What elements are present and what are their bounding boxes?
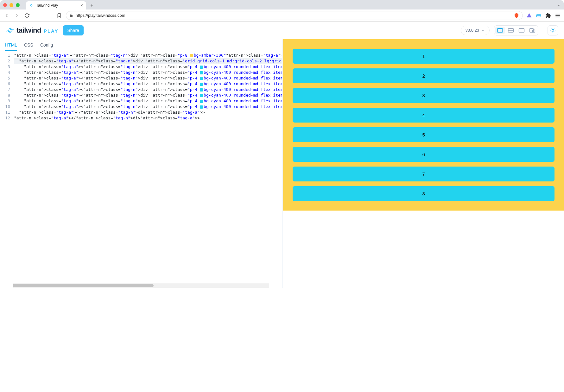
browser-tab-title: Tailwind Play xyxy=(36,3,58,8)
line-number: 12 xyxy=(1,115,10,121)
code-line[interactable]: "attr-n">class="tag-a"><"attr-n">class="… xyxy=(14,70,282,75)
svg-rect-10 xyxy=(519,28,524,32)
sun-icon xyxy=(550,28,556,33)
preview-item: 3 xyxy=(293,88,554,103)
extension-icon-2[interactable] xyxy=(535,12,542,19)
new-tab-button[interactable]: + xyxy=(89,2,95,9)
editor-tabs: HTML CSS Config xyxy=(0,39,282,51)
nav-forward-button[interactable] xyxy=(13,12,20,19)
brave-shield-icon[interactable] xyxy=(514,13,519,18)
window-close-icon[interactable] xyxy=(3,3,7,7)
preview-item: 5 xyxy=(293,127,554,142)
line-number: 11 xyxy=(1,110,10,115)
extensions-puzzle-icon[interactable] xyxy=(545,12,551,19)
code-line[interactable]: "attr-n">class="tag-a"><"attr-n">class="… xyxy=(14,81,282,87)
svg-marker-0 xyxy=(527,13,532,17)
tailwind-favicon-icon xyxy=(29,3,34,8)
nav-back-button[interactable] xyxy=(3,12,10,19)
preview-item: 1 xyxy=(293,49,554,64)
line-number: 6 xyxy=(1,81,10,87)
line-number: 2 xyxy=(1,58,10,64)
svg-point-13 xyxy=(552,29,554,31)
chevron-down-icon xyxy=(481,28,485,32)
window-minimize-icon[interactable] xyxy=(10,3,13,7)
logo-text: tailwind xyxy=(16,26,41,35)
preview-item: 7 xyxy=(293,167,554,181)
browser-toolbar: https://play.tailwindcss.com xyxy=(0,9,564,22)
preview-item: 2 xyxy=(293,68,554,83)
browser-tab-strip: Tailwind Play × + xyxy=(0,0,564,9)
line-number: 4 xyxy=(1,70,10,75)
preview-item: 4 xyxy=(293,108,554,123)
line-number: 3 xyxy=(1,64,10,70)
editor-horizontal-scrollbar[interactable] xyxy=(13,283,269,288)
extension-icon-1[interactable] xyxy=(526,12,532,19)
tab-close-icon[interactable]: × xyxy=(80,3,83,8)
svg-rect-12 xyxy=(533,30,535,32)
app-header: tailwind PLAY Share v3.0.23 xyxy=(0,22,564,39)
browser-menu-icon[interactable] xyxy=(554,12,561,19)
svg-line-20 xyxy=(551,32,552,32)
preview-item: 8 xyxy=(293,186,554,201)
version-selector[interactable]: v3.0.23 xyxy=(461,26,490,35)
code-line[interactable]: "attr-n">class="tag-a"><"attr-n">class="… xyxy=(14,87,282,92)
code-line[interactable]: "attr-n">class="tag-a"><"attr-n">class="… xyxy=(14,104,282,110)
tabs-dropdown-icon[interactable] xyxy=(556,3,561,8)
preview-container: 12345678 xyxy=(283,39,564,211)
code-line[interactable]: "attr-n">class="tag-a"><"attr-n">class="… xyxy=(14,64,282,70)
address-bar[interactable]: https://play.tailwindcss.com xyxy=(66,11,523,20)
layout-horizontal-split-icon[interactable] xyxy=(506,27,516,34)
logo-play: PLAY xyxy=(44,28,59,35)
tab-config[interactable]: Config xyxy=(40,42,53,51)
code-content[interactable]: "attr-n">class="tag-a"><"attr-n">class="… xyxy=(13,51,282,283)
layout-vertical-split-icon[interactable] xyxy=(495,27,505,34)
code-editor[interactable]: 123456789101112 "attr-n">class="tag-a"><… xyxy=(0,51,282,283)
code-line[interactable]: "attr-n">class="tag-a"><"attr-n">class="… xyxy=(14,53,282,58)
preview-pane: 12345678 xyxy=(283,39,564,288)
line-number: 8 xyxy=(1,92,10,98)
theme-toggle-button[interactable] xyxy=(548,25,558,35)
layout-responsive-icon[interactable] xyxy=(528,27,537,34)
code-line[interactable]: "attr-n">class="tag-a"></"attr-n">class=… xyxy=(14,110,282,115)
code-line[interactable]: "attr-n">class="tag-a"><"attr-n">class="… xyxy=(14,98,282,104)
line-number-gutter: 123456789101112 xyxy=(0,51,13,283)
line-number: 5 xyxy=(1,75,10,81)
svg-line-17 xyxy=(554,32,554,32)
tailwind-logo-icon xyxy=(6,26,15,35)
tab-css[interactable]: CSS xyxy=(24,42,33,51)
code-line[interactable]: "attr-n">class="tag-a"><"attr-n">class="… xyxy=(14,58,282,64)
code-line[interactable]: "attr-n">class="tag-a"></"attr-n">class=… xyxy=(14,115,282,121)
tab-html[interactable]: HTML xyxy=(5,42,17,51)
nav-reload-button[interactable] xyxy=(23,12,30,19)
svg-line-16 xyxy=(551,28,552,29)
layout-preview-only-icon[interactable] xyxy=(517,27,526,34)
share-button[interactable]: Share xyxy=(63,25,84,35)
preview-item: 6 xyxy=(293,147,554,162)
lock-icon xyxy=(69,14,73,17)
url-text: https://play.tailwindcss.com xyxy=(76,13,125,18)
divider xyxy=(543,26,543,35)
logo[interactable]: tailwind PLAY xyxy=(6,26,59,35)
window-controls xyxy=(3,3,20,7)
scrollbar-thumb[interactable] xyxy=(13,284,154,287)
code-line[interactable]: "attr-n">class="tag-a"><"attr-n">class="… xyxy=(14,75,282,81)
svg-line-21 xyxy=(554,28,554,29)
line-number: 9 xyxy=(1,98,10,104)
code-line[interactable]: "attr-n">class="tag-a"><"attr-n">class="… xyxy=(14,92,282,98)
line-number: 10 xyxy=(1,104,10,110)
layout-switcher xyxy=(494,25,538,35)
bookmark-button[interactable] xyxy=(56,12,63,19)
version-label: v3.0.23 xyxy=(466,28,479,33)
browser-tab[interactable]: Tailwind Play × xyxy=(26,1,86,9)
line-number: 7 xyxy=(1,87,10,92)
line-number: 1 xyxy=(1,53,10,58)
preview-grid: 12345678 xyxy=(293,49,554,201)
window-zoom-icon[interactable] xyxy=(16,3,20,7)
